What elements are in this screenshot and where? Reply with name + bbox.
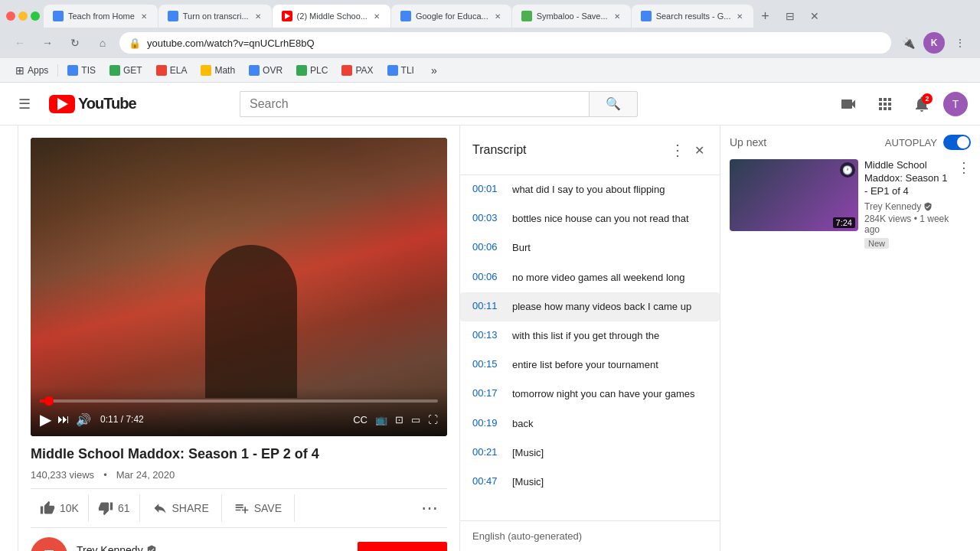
bookmarks-overflow[interactable]: »	[425, 62, 443, 79]
transcript-item-5[interactable]: 00:11 please how many videos back I came…	[460, 292, 720, 321]
fullscreen-button[interactable]: ⛶	[428, 414, 438, 425]
forward-button[interactable]: →	[37, 32, 58, 54]
transcript-text-3: Burt	[512, 241, 531, 255]
share-button[interactable]: SHARE	[140, 494, 222, 522]
tab-close-1[interactable]: ✕	[139, 11, 149, 22]
transcript-time-11: 00:47	[472, 475, 500, 489]
bookmark-ela[interactable]: ELA	[150, 63, 194, 78]
transcript-item-1[interactable]: 00:01 what did I say to you about flippi…	[460, 175, 720, 204]
transcript-item-10[interactable]: 00:21 [Music]	[460, 439, 720, 468]
search-bar: 🔍	[240, 91, 638, 117]
tab-teach-from-home[interactable]: Teach from Home ✕	[44, 5, 158, 28]
miniplayer-button[interactable]: ⊡	[395, 414, 403, 425]
theater-mode-button[interactable]: ▭	[411, 414, 420, 425]
transcript-item-3[interactable]: 00:06 Burt	[460, 233, 720, 262]
tab-title-5: Symbaloo - Save...	[537, 11, 608, 21]
transcript-item-8[interactable]: 00:17 tomorrow night you can have your g…	[460, 380, 720, 409]
minimize-button[interactable]: ⊟	[779, 5, 801, 27]
tab-close-5[interactable]: ✕	[612, 11, 622, 22]
bookmark-get[interactable]: GET	[103, 63, 149, 78]
new-tab-button[interactable]: +	[754, 5, 776, 27]
like-button[interactable]: 10K	[31, 494, 89, 522]
tab-close-6[interactable]: ✕	[735, 11, 744, 22]
tab-symbaloo[interactable]: Symbaloo - Save... ✕	[512, 5, 631, 28]
menu-icon[interactable]: ⋮	[949, 32, 971, 54]
extensions-icon[interactable]: 🔌	[897, 32, 919, 54]
bookmark-apps[interactable]: ⊞ Apps	[9, 62, 54, 79]
share-label: SHARE	[172, 502, 209, 514]
transcript-time-8: 00:17	[472, 387, 500, 401]
tab-close-4[interactable]: ✕	[493, 11, 502, 22]
dislike-button[interactable]: 61	[89, 494, 140, 522]
tab-close-2[interactable]: ✕	[253, 11, 263, 22]
video-meta: 140,233 views • Mar 24, 2020	[31, 469, 447, 481]
close-browser-button[interactable]: ✕	[804, 5, 825, 27]
tab-turn-on-transcript[interactable]: Turn on transcri... ✕	[158, 5, 272, 28]
bookmark-ovr[interactable]: OVR	[243, 63, 289, 78]
search-button[interactable]: 🔍	[589, 91, 638, 117]
volume-button[interactable]: 🔊	[76, 412, 91, 427]
search-input[interactable]	[240, 91, 589, 117]
notifications-button[interactable]: 2	[906, 89, 937, 119]
play-button[interactable]: ▶	[40, 410, 51, 429]
user-avatar[interactable]: T	[943, 92, 968, 116]
apps-grid-button[interactable]	[870, 89, 900, 119]
bm-favicon-tis	[67, 65, 78, 76]
transcript-item-4[interactable]: 00:06 no more video games all weekend lo…	[460, 263, 720, 292]
up-next-channel: Trey Kennedy	[864, 201, 951, 212]
bookmark-tis[interactable]: TIS	[61, 63, 102, 78]
up-next-card[interactable]: 7:24 🕐 Middle School Maddox: Season 1 - …	[730, 159, 971, 249]
transcript-time-9: 00:19	[472, 417, 500, 431]
video-info: Middle School Maddox: Season 1 - EP 2 of…	[31, 436, 447, 551]
transcript-text-6: with this list if you get through the	[512, 329, 659, 343]
transcript-close-button[interactable]: ✕	[691, 140, 707, 161]
right-controls: CC 📺 ⊡ ▭ ⛶	[353, 414, 438, 425]
subtitles-button[interactable]: CC	[353, 414, 368, 425]
tab-close-3[interactable]: ✕	[372, 11, 381, 22]
save-button[interactable]: SAVE	[222, 494, 295, 522]
bm-favicon-get	[109, 65, 120, 76]
channel-avatar[interactable]: T	[31, 537, 67, 551]
next-button[interactable]: ⏭	[57, 412, 70, 426]
menu-button[interactable]: ☰	[12, 90, 37, 119]
transcript-item-7[interactable]: 00:15 entire list before your tournament	[460, 350, 720, 380]
tab-search-results[interactable]: Search results - G... ✕	[632, 5, 754, 28]
time-display: 0:11 / 7:42	[100, 414, 144, 425]
youtube-logo[interactable]: YouTube	[49, 95, 136, 113]
bookmark-plc[interactable]: PLC	[290, 63, 334, 78]
up-next-more-button[interactable]: ⋮	[957, 159, 971, 249]
bookmark-math[interactable]: Math	[194, 63, 241, 78]
more-options-button[interactable]: ⋯	[412, 492, 447, 524]
autoplay-label: AUTOPLAY	[885, 137, 937, 148]
bookmark-pax[interactable]: PAX	[335, 63, 379, 78]
youtube-kids-button[interactable]: 📺	[375, 414, 387, 425]
progress-bar[interactable]	[40, 399, 438, 403]
close-dot[interactable]	[6, 11, 15, 21]
tab-google-edu[interactable]: Google for Educa... ✕	[391, 5, 511, 28]
back-button[interactable]: ←	[9, 32, 31, 54]
youtube-play-icon	[57, 98, 68, 110]
profile-icon[interactable]: K	[923, 32, 945, 54]
reload-button[interactable]: ↻	[64, 32, 86, 54]
watch-later-icon[interactable]: 🕐	[840, 162, 855, 178]
transcript-panel: Transcript ⋮ ✕ 00:01 what did I say to y…	[459, 126, 720, 551]
transcript-time-10: 00:21	[472, 446, 500, 460]
tab-favicon-6	[641, 11, 652, 21]
maximize-dot[interactable]	[31, 11, 40, 21]
minimize-dot[interactable]	[18, 11, 28, 21]
transcript-item-6[interactable]: 00:13 with this list if you get through …	[460, 321, 720, 350]
up-next-label: Up next	[730, 136, 766, 148]
notification-count: 2	[922, 93, 933, 104]
home-button[interactable]: ⌂	[92, 32, 113, 54]
transcript-item-2[interactable]: 00:03 bottles nice house can you not rea…	[460, 204, 720, 233]
transcript-item-9[interactable]: 00:19 back	[460, 409, 720, 439]
transcript-menu-button[interactable]: ⋮	[667, 138, 688, 162]
video-camera-button[interactable]	[833, 89, 864, 119]
autoplay-toggle[interactable]	[943, 135, 971, 150]
subscribe-button[interactable]: SUBSCRIBE	[358, 542, 447, 551]
up-next-panel: Up next AUTOPLAY 7:24 🕐 Middle School Ma…	[720, 126, 980, 551]
bookmark-tli[interactable]: TLI	[381, 63, 420, 78]
url-bar[interactable]: 🔒 youtube.com/watch?v=qnUCLrhE8bQ	[119, 32, 891, 54]
tab-youtube-video[interactable]: (2) Middle Schoo... ✕	[273, 5, 390, 28]
transcript-item-11[interactable]: 00:47 [Music]	[460, 468, 720, 497]
